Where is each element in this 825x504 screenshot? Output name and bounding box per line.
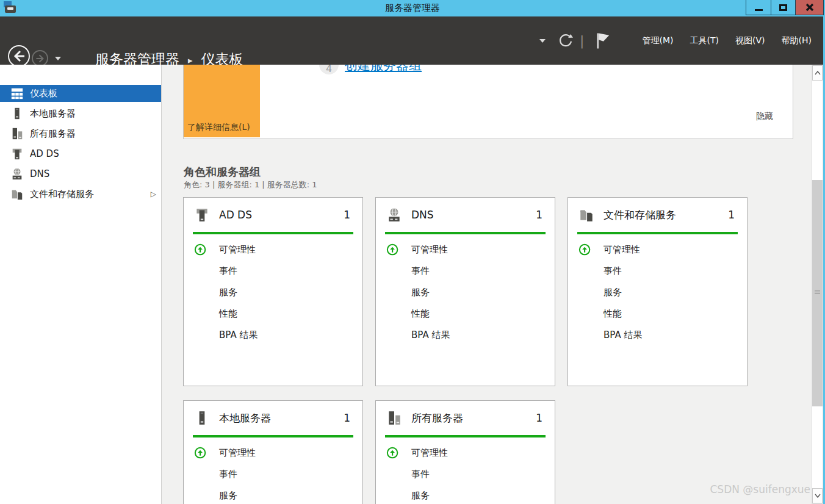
card-status-bar xyxy=(577,232,738,234)
card-item-row: 可管理性 xyxy=(376,442,555,464)
card-item-link[interactable]: 可管理性 xyxy=(411,447,448,459)
menu-item-2[interactable]: 视图(V) xyxy=(735,32,765,50)
card-item-link[interactable]: 服务 xyxy=(219,490,237,502)
card-item-link[interactable]: 服务 xyxy=(603,287,622,298)
card-item-row: 事件 xyxy=(184,261,362,282)
vertical-scrollbar[interactable] xyxy=(812,65,823,504)
card-item-link[interactable]: BPA 结果 xyxy=(411,329,450,341)
card-item-row: 服务 xyxy=(568,282,747,303)
learn-more-label: 了解详细信息(L) xyxy=(187,122,250,133)
back-button[interactable] xyxy=(8,45,30,67)
sidebar-item-label: 文件和存储服务 xyxy=(30,189,94,200)
card-item-row: 性能 xyxy=(184,303,362,325)
card-item-link[interactable]: 可管理性 xyxy=(219,447,256,459)
card-item-link[interactable]: 性能 xyxy=(411,308,430,320)
local-server-icon xyxy=(194,410,210,426)
card-title[interactable]: AD DS xyxy=(219,209,344,221)
sidebar-item-dns[interactable]: DNS xyxy=(0,165,161,182)
watermark: CSDN @suifengxue xyxy=(710,483,810,495)
refresh-icon[interactable] xyxy=(557,32,575,50)
card-item-link[interactable]: BPA 结果 xyxy=(603,329,642,341)
card-status-bar xyxy=(385,232,546,234)
menu-item-0[interactable]: 管理(M) xyxy=(643,32,674,50)
all-servers-icon xyxy=(386,410,402,426)
card-item-row: 服务 xyxy=(376,485,555,504)
card-item-link[interactable]: BPA 结果 xyxy=(219,329,258,341)
cards-row-2: 本地服务器1可管理性事件服务性能BPA 结果所有服务器1可管理性事件服务性能BP… xyxy=(183,400,555,504)
card-item-link[interactable]: 服务 xyxy=(219,287,237,298)
maximize-button[interactable] xyxy=(771,0,795,15)
card-title[interactable]: 所有服务器 xyxy=(411,411,536,425)
card-item-row: 可管理性 xyxy=(376,239,555,261)
card-title[interactable]: 文件和存储服务 xyxy=(603,208,728,222)
manageability-up-arrow-icon xyxy=(386,447,400,460)
scroll-up-button[interactable] xyxy=(812,65,823,81)
card-item-link[interactable]: 事件 xyxy=(219,265,237,277)
card-server-count: 1 xyxy=(344,412,350,424)
card-server-count: 1 xyxy=(536,412,542,424)
close-icon xyxy=(805,2,815,12)
sidebar-item-file-storage[interactable]: 文件和存储服务▷ xyxy=(0,185,161,203)
local-server-icon xyxy=(10,107,24,120)
card-header: 所有服务器1 xyxy=(376,401,555,435)
window-title: 服务器管理器 xyxy=(0,2,825,14)
card-title[interactable]: DNS xyxy=(411,209,536,221)
create-server-group-link[interactable]: 创建服务器组 xyxy=(345,65,422,74)
navbar: 服务器管理器 ▸ 仪表板 | 管理(M)工具(T)视图(V)帮助(H) xyxy=(0,16,825,65)
card-item-link[interactable]: 事件 xyxy=(411,469,430,480)
card-item-link[interactable]: 服务 xyxy=(411,490,430,502)
sidebar-item-dashboard[interactable]: 仪表板 xyxy=(0,85,161,102)
expand-arrow-icon[interactable]: ▷ xyxy=(151,190,156,198)
card-item-row: 性能 xyxy=(568,303,747,325)
card-item-link[interactable]: 事件 xyxy=(411,265,430,277)
notifications-flag-icon[interactable] xyxy=(593,31,611,51)
sidebar-item-all-servers[interactable]: 所有服务器 xyxy=(0,125,161,142)
card-item-link[interactable]: 服务 xyxy=(411,287,430,298)
menu-bar: 管理(M)工具(T)视图(V)帮助(H) xyxy=(626,32,812,50)
welcome-panel: 4 创建服务器组 了解详细信息(L) 隐藏 xyxy=(183,65,793,139)
navbar-divider: | xyxy=(580,33,584,48)
file-storage-icon xyxy=(10,187,24,201)
card-title[interactable]: 本地服务器 xyxy=(219,411,344,425)
card-item-link[interactable]: 可管理性 xyxy=(603,244,640,256)
card-item-row: 事件 xyxy=(376,464,555,485)
hide-welcome-link[interactable]: 隐藏 xyxy=(756,111,773,122)
card-all-servers: 所有服务器1可管理性事件服务性能BPA 结果 xyxy=(375,400,555,504)
card-item-list: 可管理性事件服务性能BPA 结果 xyxy=(184,239,362,346)
file-storage-icon xyxy=(578,207,594,223)
roles-section-title: 角色和服务器组 xyxy=(184,165,261,179)
card-item-row: 可管理性 xyxy=(184,442,362,464)
menu-item-3[interactable]: 帮助(H) xyxy=(782,32,812,50)
scrollbar-thumb[interactable] xyxy=(812,180,823,406)
forward-button[interactable] xyxy=(32,50,48,67)
card-status-bar xyxy=(385,435,546,437)
card-item-link[interactable]: 性能 xyxy=(219,308,237,320)
card-item-row: 事件 xyxy=(184,464,362,485)
scroll-down-button[interactable] xyxy=(812,488,823,503)
cards-row-1: AD DS1可管理性事件服务性能BPA 结果DNS1可管理性事件服务性能BPA … xyxy=(183,197,748,386)
card-status-bar xyxy=(193,232,353,234)
manageability-dropdown-icon[interactable] xyxy=(539,39,546,43)
card-item-link[interactable]: 事件 xyxy=(603,265,622,277)
minimize-icon xyxy=(755,9,763,11)
breadcrumb-separator-icon: ▸ xyxy=(188,55,193,66)
card-item-link[interactable]: 性能 xyxy=(603,308,622,320)
sidebar-item-ad-ds[interactable]: AD DS xyxy=(0,145,161,162)
card-item-row: 事件 xyxy=(568,261,747,282)
menu-item-1[interactable]: 工具(T) xyxy=(690,32,719,50)
ad-ds-icon xyxy=(10,147,24,160)
card-item-row: 可管理性 xyxy=(568,239,747,261)
card-item-link[interactable]: 事件 xyxy=(219,469,237,480)
close-button[interactable] xyxy=(795,0,823,15)
history-dropdown-icon[interactable] xyxy=(55,57,61,60)
card-header: AD DS1 xyxy=(184,198,362,232)
titlebar: 服务器管理器 xyxy=(0,0,825,16)
roles-section-stats: 角色: 3 | 服务器组: 1 | 服务器总数: 1 xyxy=(184,179,317,190)
card-item-link[interactable]: 可管理性 xyxy=(219,244,256,256)
ad-ds-icon xyxy=(194,207,210,223)
manageability-up-arrow-icon xyxy=(194,243,207,257)
minimize-button[interactable] xyxy=(746,0,771,15)
learn-more-tile[interactable]: 了解详细信息(L) xyxy=(183,65,260,137)
card-item-link[interactable]: 可管理性 xyxy=(411,244,448,256)
sidebar-item-local-server[interactable]: 本地服务器 xyxy=(0,105,161,122)
